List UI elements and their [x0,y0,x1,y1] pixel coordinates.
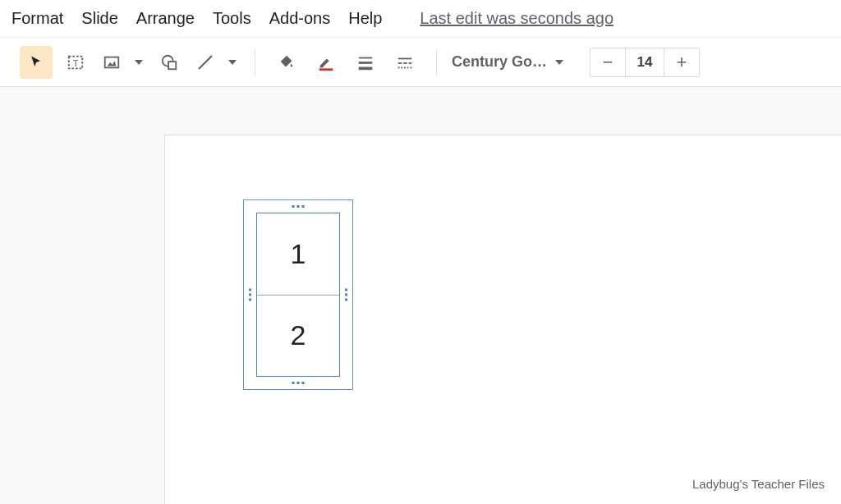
svg-rect-9 [359,62,373,64]
image-icon [103,53,121,71]
line-icon [195,53,215,72]
border-dash-tool[interactable] [388,46,421,79]
menu-format[interactable]: Format [11,9,63,28]
shape-icon [160,53,178,71]
svg-text:T: T [73,57,79,67]
workspace: 1 2 Ladybug's Teacher Files [0,87,841,504]
svg-rect-10 [359,66,373,70]
slide-canvas[interactable]: 1 2 [164,135,841,504]
font-size-decrease[interactable]: − [591,48,625,76]
caret-down-icon [555,60,563,65]
table[interactable]: 1 2 [256,213,340,377]
svg-rect-14 [409,62,412,64]
font-size-increase[interactable]: + [664,48,699,76]
svg-line-6 [199,56,212,69]
svg-rect-16 [401,66,402,68]
caret-down-icon [135,60,143,65]
svg-rect-13 [403,62,407,64]
line-dash-icon [396,53,414,71]
menu-help[interactable]: Help [348,9,382,28]
resize-handle-left[interactable] [249,289,251,301]
textbox-icon: T [67,53,85,71]
resize-handle-right[interactable] [345,289,347,301]
cursor-icon [28,54,44,71]
svg-rect-11 [398,57,412,59]
border-weight-tool[interactable] [349,46,382,79]
image-dropdown[interactable] [131,60,146,65]
line-dropdown[interactable] [225,60,240,65]
svg-rect-12 [398,62,402,64]
border-color-tool[interactable] [310,46,342,79]
pencil-underline-icon [317,53,335,71]
table-cell[interactable]: 1 [257,213,339,295]
menu-arrange[interactable]: Arrange [136,9,195,28]
menu-bar: Format Slide Arrange Tools Add-ons Help … [0,0,841,38]
line-weight-icon [356,53,375,71]
caret-down-icon [228,60,237,65]
toolbar-separator [436,49,437,76]
resize-handle-bottom[interactable] [292,382,305,384]
line-tool[interactable] [192,46,218,79]
paint-bucket-icon [278,53,296,71]
menu-addons[interactable]: Add-ons [269,9,331,28]
shape-tool[interactable] [153,46,186,79]
svg-rect-17 [404,66,406,68]
fill-color-tool[interactable] [270,46,303,79]
textbox-tool[interactable]: T [59,46,92,79]
table-cell[interactable]: 2 [257,296,339,377]
watermark: Ladybug's Teacher Files [692,477,825,491]
svg-rect-18 [407,66,409,68]
svg-marker-3 [108,61,117,66]
font-size-value[interactable]: 14 [625,48,664,76]
toolbar: T Century Go… − 14 + [0,38,841,87]
font-family-picker[interactable]: Century Go… [452,53,575,71]
image-tool[interactable] [99,46,125,79]
select-tool[interactable] [20,46,53,79]
resize-handle-top[interactable] [292,205,305,208]
menu-tools[interactable]: Tools [213,9,251,28]
last-edit-link[interactable]: Last edit was seconds ago [420,9,614,28]
svg-rect-8 [359,57,373,58]
svg-rect-15 [398,66,400,68]
svg-rect-19 [410,66,411,68]
svg-rect-5 [168,62,176,69]
font-name-label: Century Go… [452,53,547,71]
toolbar-separator [255,49,255,76]
menu-slide[interactable]: Slide [81,9,117,28]
svg-rect-7 [319,68,333,71]
font-size-control: − 14 + [590,48,700,77]
selected-table-object[interactable]: 1 2 [243,199,353,390]
